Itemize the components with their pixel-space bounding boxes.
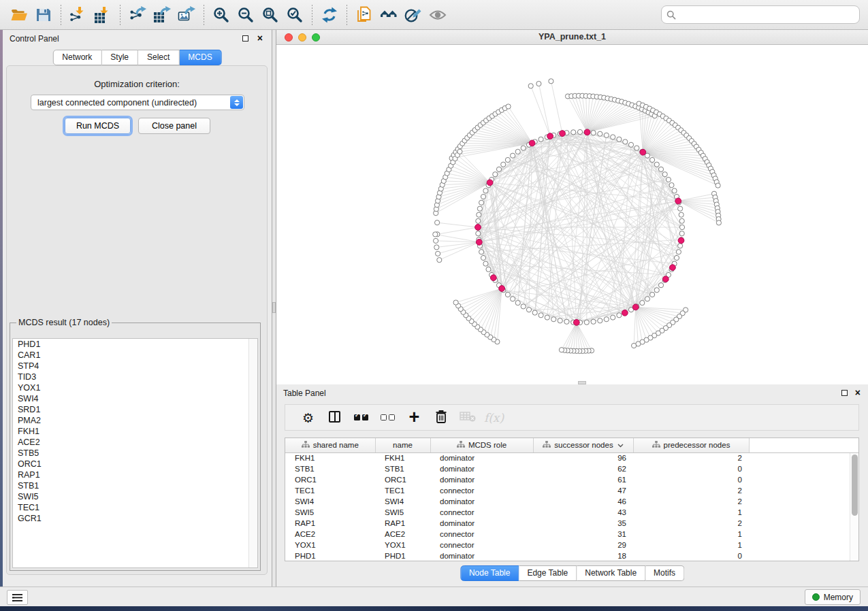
cell-successor-nodes: 61 [533, 474, 633, 485]
splitter-handle[interactable] [272, 302, 276, 313]
network-window-titlebar[interactable]: YPA_prune.txt_1 [276, 30, 868, 45]
delete-column-button[interactable] [428, 407, 454, 429]
cell-successor-nodes: 18 [533, 550, 633, 561]
import-network-button[interactable] [66, 3, 91, 27]
import-table-button[interactable] [91, 3, 115, 27]
column-visibility-button[interactable] [321, 407, 348, 429]
mcds-result-item[interactable]: GCR1 [13, 513, 257, 524]
export-network-button[interactable] [125, 3, 150, 27]
tab-select[interactable]: Select [138, 50, 179, 65]
select-all-rows-button[interactable] [348, 407, 374, 429]
cell-filler [749, 485, 858, 496]
export-table-button[interactable] [150, 3, 174, 27]
cell-name: FKH1 [375, 452, 430, 463]
table-tab-edge-table[interactable]: Edge Table [519, 565, 577, 581]
table-row[interactable]: SWI4SWI4dominator462 [285, 496, 858, 507]
mcds-result-item[interactable]: STB5 [13, 448, 257, 459]
function-builder-icon: f(x) [484, 411, 504, 425]
criterion-select[interactable]: largest connected component (undirected) [31, 95, 244, 110]
mcds-result-item[interactable]: STB1 [13, 480, 257, 491]
tab-mcds[interactable]: MCDS [179, 50, 221, 65]
close-panel-button[interactable]: Close panel [138, 118, 210, 134]
table-header-row[interactable]: shared namenameMCDS rolesuccessor nodesp… [285, 438, 858, 452]
column-header-shared-name[interactable]: shared name [285, 438, 375, 452]
task-history-button[interactable] [7, 590, 28, 605]
mcds-result-item[interactable]: FKH1 [13, 426, 257, 437]
open-session-button[interactable] [7, 3, 31, 27]
mcds-result-item[interactable]: YOX1 [13, 382, 257, 393]
import-table-icon [94, 6, 112, 24]
cell-name: RAP1 [375, 518, 430, 529]
deselect-all-rows-button[interactable] [374, 407, 401, 429]
mcds-result-item[interactable]: ORC1 [13, 459, 257, 469]
mcds-list-scrollbar[interactable] [248, 339, 257, 567]
table-toolbar: ⚙+f(x) [285, 404, 859, 431]
mcds-result-list[interactable]: PHD1CAR1STP4TID3YOX1SWI4SRD1PMA2FKH1ACE2… [12, 338, 258, 568]
search-input[interactable] [679, 7, 854, 22]
column-header-name[interactable]: name [375, 438, 430, 452]
zoom-out-button[interactable] [234, 3, 258, 27]
export-image-button[interactable] [174, 3, 199, 27]
table-tab-network-table[interactable]: Network Table [577, 565, 645, 581]
table-row[interactable]: PHD1PHD1dominator180 [285, 550, 858, 561]
add-column-button[interactable]: + [401, 407, 428, 429]
deselect-all-rows-icon [380, 412, 396, 423]
mcds-result-item[interactable]: TID3 [13, 371, 257, 382]
zoom-in-button[interactable] [209, 3, 234, 27]
close-icon[interactable]: × [257, 33, 263, 44]
edit-annotations-button[interactable] [401, 3, 425, 27]
mcds-result-item[interactable]: SRD1 [13, 404, 257, 415]
close-icon[interactable]: × [855, 387, 861, 398]
search-box[interactable] [661, 5, 860, 24]
table-row[interactable]: FKH1FKH1dominator962 [285, 452, 858, 463]
column-header-successor-nodes[interactable]: successor nodes [533, 438, 633, 452]
show-graphics-details-button[interactable] [425, 3, 450, 27]
save-session-button[interactable] [31, 3, 56, 27]
column-header-MCDS-role[interactable]: MCDS role [430, 438, 533, 452]
table-row[interactable]: SWI5SWI5connector431 [285, 507, 858, 518]
vertical-splitter[interactable] [272, 30, 276, 587]
column-header-predecessor-nodes[interactable]: predecessor nodes [633, 438, 749, 452]
scrollbar-thumb[interactable] [852, 455, 858, 516]
mcds-result-item[interactable]: SWI4 [13, 393, 257, 404]
mcds-result-item[interactable]: PHD1 [13, 339, 257, 350]
network-from-selection-button[interactable] [352, 3, 376, 27]
table-row[interactable]: STB1STB1dominator620 [285, 463, 858, 474]
mcds-result-item[interactable]: ACE2 [13, 437, 257, 448]
cell-filler [749, 463, 858, 474]
table-scrollbar[interactable] [850, 453, 858, 561]
mcds-result-item[interactable]: CAR1 [13, 350, 257, 361]
table-row[interactable]: ORC1ORC1dominator610 [285, 474, 858, 485]
network-view[interactable] [276, 45, 868, 384]
tab-network[interactable]: Network [52, 50, 101, 65]
float-window-icon[interactable] [242, 35, 248, 42]
mcds-result-item[interactable]: RAP1 [13, 469, 257, 480]
cell-name: SWI4 [375, 496, 430, 507]
mcds-result-item[interactable]: STP4 [13, 361, 257, 371]
cell-filler [749, 518, 858, 529]
tab-style[interactable]: Style [101, 50, 138, 65]
table-row[interactable]: RAP1RAP1dominator352 [285, 518, 858, 529]
memory-label: Memory [824, 593, 853, 602]
mcds-result-item[interactable]: TEC1 [13, 502, 257, 513]
cell-successor-nodes: 96 [533, 452, 633, 463]
mcds-result-item[interactable]: PMA2 [13, 415, 257, 426]
refresh-view-button[interactable] [317, 3, 342, 27]
status-bar: Memory [0, 587, 868, 606]
float-window-icon[interactable] [841, 390, 848, 396]
cell-shared-name: ORC1 [285, 474, 375, 485]
zoom-selected-button[interactable] [283, 3, 307, 27]
table-row[interactable]: TEC1TEC1connector472 [285, 485, 858, 496]
table-tab-node-table[interactable]: Node Table [460, 565, 519, 581]
memory-button[interactable]: Memory [805, 589, 861, 605]
control-panel-titlebar: Control Panel × [3, 30, 272, 48]
table-row[interactable]: ACE2ACE2connector311 [285, 529, 858, 540]
run-mcds-button[interactable]: Run MCDS [65, 118, 131, 134]
first-neighbors-button[interactable] [376, 3, 401, 27]
table-row[interactable]: YOX1YOX1connector291 [285, 540, 858, 550]
table-tab-motifs[interactable]: Motifs [645, 565, 684, 581]
table-settings-button[interactable]: ⚙ [295, 407, 321, 429]
cell-shared-name: ACE2 [285, 529, 375, 540]
zoom-fit-button[interactable] [258, 3, 283, 27]
mcds-result-item[interactable]: SWI5 [13, 491, 257, 502]
